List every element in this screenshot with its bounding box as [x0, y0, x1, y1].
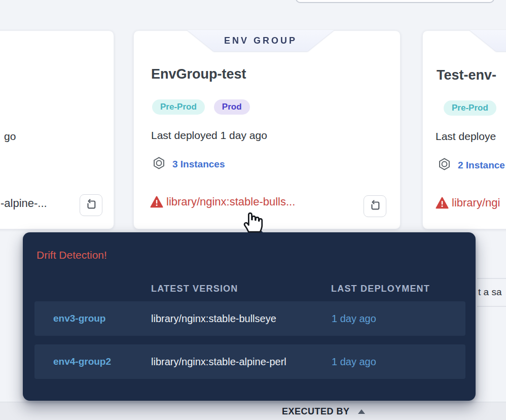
warning-triangle-icon	[150, 196, 163, 208]
drift-image-row[interactable]: library/ngi	[436, 196, 500, 209]
copy-image-button[interactable]	[80, 194, 102, 216]
env-group-banner	[469, 30, 506, 51]
env-group-card-center: ENV GROUP EnvGroup-test Pre-Prod Prod La…	[133, 30, 401, 229]
last-deployed-text-partial: go	[4, 130, 16, 143]
badge-pre-prod: Pre-Prod	[444, 100, 496, 116]
drift-detection-tooltip: Drift Detection! LATEST VERSION LAST DEP…	[23, 232, 476, 401]
table-row: env3-group library/nginx:stable-bullseye…	[34, 301, 465, 336]
drift-image-text[interactable]: library/nginx:stable-bulls...	[166, 195, 295, 208]
table-row: env4-group2 library/nginx:stable-alpine-…	[34, 344, 465, 379]
badge-pre-prod: Pre-Prod	[152, 99, 205, 115]
hexagon-nut-icon	[438, 157, 451, 173]
tooltip-title: Drift Detection!	[37, 249, 107, 261]
top-cutoff-bar	[296, 0, 494, 3]
column-header-last-deployment: LAST DEPLOYMENT	[331, 284, 430, 294]
table-divider	[477, 278, 506, 279]
instances-link-row[interactable]: 3 Instances	[152, 156, 225, 172]
hexagon-nut-icon	[152, 156, 166, 172]
card-title: Test-env-	[437, 67, 496, 83]
instances-link-row[interactable]: 2 Instance	[438, 157, 505, 173]
table-divider	[477, 306, 506, 307]
env-group-card-left: go -alpine-...	[0, 30, 114, 229]
last-deployment-value: 1 day ago	[332, 344, 376, 379]
image-name-text-partial: -alpine-...	[1, 197, 47, 210]
executed-by-column-header[interactable]: EXECUTED BY	[282, 406, 365, 417]
env-group-banner: ENV GROUP	[187, 30, 334, 51]
drift-image-text[interactable]: library/ngi	[452, 196, 500, 209]
env-group-link[interactable]: env4-group2	[53, 344, 111, 379]
instances-link[interactable]: 2 Instance	[458, 160, 505, 171]
env-group-banner-label: ENV GROUP	[224, 36, 297, 46]
sort-ascending-icon	[358, 409, 365, 414]
last-deployed-text-partial: Last deploye	[436, 130, 496, 143]
badge-prod: Prod	[214, 99, 250, 115]
redeploy-copy-icon	[369, 199, 381, 214]
last-deployment-value: 1 day ago	[332, 301, 376, 336]
redeploy-copy-icon	[85, 198, 97, 213]
env-group-card-right: Test-env- Pre-Prod Last deploye 2 Instan…	[422, 30, 506, 229]
executed-by-label: EXECUTED BY	[282, 406, 350, 417]
table-footer-bar: EXECUTED BY	[0, 402, 506, 420]
latest-version-value: library/nginx:stable-alpine-perl	[151, 344, 286, 379]
instances-link[interactable]: 3 Instances	[172, 159, 225, 170]
latest-version-value: library/nginx:stable-bullseye	[151, 301, 276, 336]
column-header-latest-version: LATEST VERSION	[151, 284, 238, 294]
warning-triangle-icon	[436, 197, 449, 209]
card-title: EnvGroup-test	[151, 66, 246, 82]
table-cell-text-partial: t a sa	[478, 287, 501, 298]
env-group-link[interactable]: env3-group	[53, 301, 105, 336]
drift-image-row[interactable]: library/nginx:stable-bulls...	[150, 195, 295, 208]
copy-image-button[interactable]	[364, 195, 386, 217]
last-deployed-text: Last deployed 1 day ago	[151, 129, 267, 142]
